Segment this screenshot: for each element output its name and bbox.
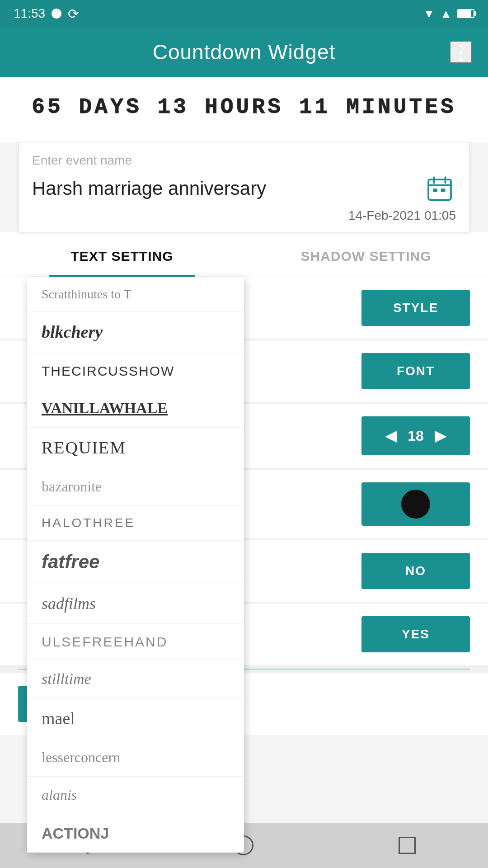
- svg-rect-0: [428, 179, 451, 200]
- settings-container: Scrаtthinutes to T blkchery THECIRCUSSHO…: [0, 277, 488, 735]
- svg-rect-4: [433, 189, 437, 192]
- font-item-requiem[interactable]: REQUIEM: [27, 428, 244, 468]
- font-item-ulse[interactable]: ULSEFREEHAND: [27, 624, 244, 660]
- menu-button[interactable]: ⋮: [450, 41, 472, 63]
- font-item-fatfree[interactable]: fatfree: [27, 541, 244, 584]
- countdown-area: 65 DAYS 13 HOURS 11 MINUTES: [0, 77, 488, 142]
- font-item-still[interactable]: stilltime: [27, 660, 244, 698]
- battery-icon: [457, 9, 474, 18]
- status-right: ▼ ▲: [423, 7, 474, 21]
- font-item-scratchy[interactable]: Scrаtthinutes to T: [27, 277, 244, 312]
- calendar-button[interactable]: [423, 172, 456, 205]
- color-button[interactable]: [361, 482, 470, 526]
- color-swatch: [401, 490, 430, 519]
- event-name-text: Harsh marriage anniversary: [32, 178, 266, 199]
- font-item-mael[interactable]: mael: [27, 698, 244, 739]
- event-input-card: Enter event name Harsh marriage annivers…: [18, 142, 470, 232]
- calendar-icon: [426, 175, 453, 202]
- toolbar: Countdown Widget ⋮: [0, 27, 488, 77]
- no-button[interactable]: NO: [361, 553, 470, 589]
- font-item-halo[interactable]: HALOTHREE: [27, 506, 244, 541]
- font-item-sadfilms[interactable]: sadfilms: [27, 584, 244, 624]
- status-left: 11:53 ⟳: [14, 6, 79, 22]
- font-item-lesser[interactable]: lesserconcern: [27, 739, 244, 777]
- font-item-alanis[interactable]: alanis: [27, 777, 244, 814]
- recents-button[interactable]: [399, 837, 416, 854]
- countdown-display: 65 DAYS 13 HOURS 11 MINUTES: [14, 95, 474, 119]
- font-item-blkchry[interactable]: blkchery: [27, 312, 244, 353]
- size-stepper[interactable]: ◀ 18 ▶: [361, 416, 470, 455]
- recents-icon: [399, 837, 416, 854]
- notification-icon: [52, 9, 61, 19]
- stepper-decrease[interactable]: ◀: [385, 427, 397, 444]
- font-item-vanilla[interactable]: VANILLAWHALE: [27, 389, 244, 428]
- app-title: Countdown Widget: [153, 40, 336, 64]
- yes-button[interactable]: YES: [361, 616, 470, 652]
- font-button[interactable]: FONT: [361, 353, 470, 389]
- style-button[interactable]: STYLE: [361, 290, 470, 326]
- font-dropdown[interactable]: Scrаtthinutes to T blkchery THECIRCUSSHO…: [27, 277, 244, 853]
- font-item-action[interactable]: ACTIONJ: [27, 814, 244, 853]
- stepper-value: 18: [408, 428, 424, 444]
- svg-rect-5: [441, 189, 446, 192]
- time-display: 11:53: [14, 6, 45, 21]
- event-label: Enter event name: [32, 153, 456, 168]
- font-item-bazar[interactable]: bazaronite: [27, 468, 244, 506]
- tabs-row: TEXT SETTING SHADOW SETTING: [0, 232, 488, 277]
- status-bar: 11:53 ⟳ ▼ ▲: [0, 0, 488, 27]
- sync-icon: ⟳: [68, 6, 79, 22]
- tab-text-setting[interactable]: TEXT SETTING: [0, 232, 244, 277]
- wifi-icon: ▼: [423, 7, 435, 21]
- signal-icon: ▲: [440, 7, 452, 21]
- event-date: 14-Feb-2021 01:05: [32, 208, 456, 223]
- tab-shadow-setting[interactable]: SHADOW SETTING: [244, 232, 488, 277]
- stepper-increase[interactable]: ▶: [435, 427, 446, 444]
- font-item-circus[interactable]: THECIRCUSSHOW: [27, 353, 244, 389]
